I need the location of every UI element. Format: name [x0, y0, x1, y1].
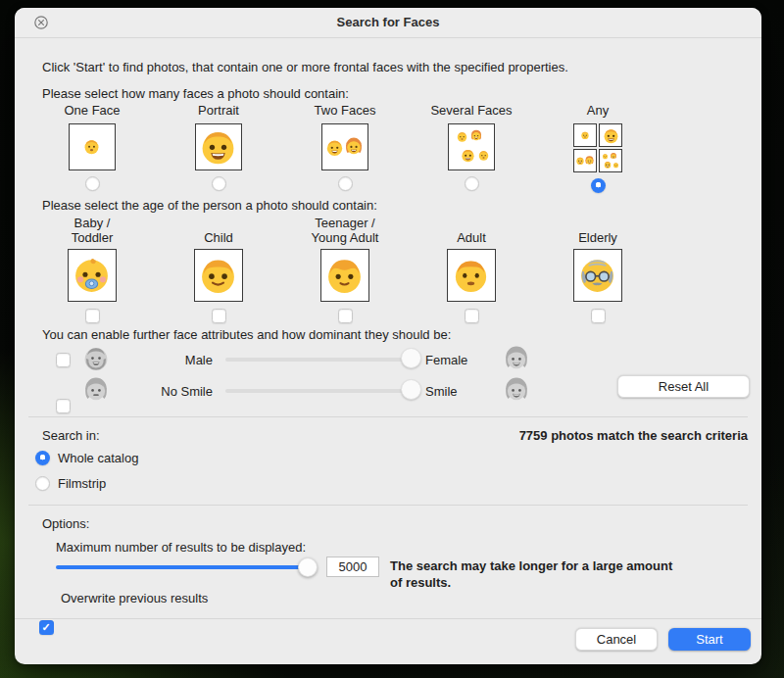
- any-cell-portrait: [599, 123, 622, 147]
- mini-portrait-icon: [604, 161, 612, 169]
- gray-female-face-icon: [502, 344, 531, 373]
- cancel-button[interactable]: Cancel: [575, 628, 658, 651]
- small-open-mouth-face-icon: [461, 148, 475, 163]
- slider-right-label: Smile: [425, 384, 458, 400]
- option-label: Adult: [457, 214, 486, 245]
- age-checkbox-child[interactable]: [212, 309, 226, 323]
- radio-filmstrip-label[interactable]: Filmstrip: [58, 476, 106, 492]
- option-label: Several Faces: [430, 103, 512, 118]
- mini-girl-icon: [584, 155, 595, 166]
- option-label: Child: [204, 214, 233, 245]
- portrait-face-icon: [199, 127, 237, 166]
- option-label: Portrait: [198, 103, 239, 118]
- age-checkbox-baby-toddler[interactable]: [85, 309, 100, 323]
- attributes-heading: You can enable further face attributes a…: [42, 327, 451, 343]
- smile-slider-thumb[interactable]: [401, 379, 421, 400]
- face-count-radio-portrait[interactable]: [212, 176, 226, 191]
- max-results-label: Maximum number of results to be displaye…: [56, 540, 306, 556]
- max-results-slider-thumb[interactable]: [298, 557, 318, 577]
- intro-text: Click 'Start' to find photos, that conta…: [42, 60, 568, 75]
- age-option-teenager: Teenager / Young Adult: [281, 214, 409, 323]
- mini-face-icon: [580, 130, 590, 140]
- face-count-option-portrait: Portrait: [155, 103, 282, 191]
- single-face-icon: [82, 137, 101, 156]
- age-checkbox-teenager[interactable]: [338, 309, 353, 323]
- gray-male-face-icon: [81, 344, 111, 373]
- mini-face-icon: [602, 153, 609, 160]
- elderly-face-icon: [577, 255, 617, 295]
- warning-text: The search may take longer for a large a…: [390, 557, 684, 591]
- max-results-slider-track[interactable]: [56, 565, 317, 569]
- mini-girl-icon: [610, 152, 617, 160]
- portrait-box[interactable]: [195, 123, 242, 170]
- elderly-box[interactable]: [573, 249, 622, 302]
- face-count-radio-two-faces[interactable]: [338, 176, 353, 191]
- search-in-label: Search in:: [42, 428, 100, 444]
- age-checkbox-elderly[interactable]: [591, 309, 606, 323]
- close-icon[interactable]: [34, 16, 48, 29]
- age-option-adult: Adult: [408, 214, 535, 323]
- age-option-baby-toddler: Baby / Toddler: [28, 214, 156, 323]
- option-label: Two Faces: [315, 103, 376, 118]
- section-divider: [28, 505, 748, 506]
- any-cell-one: [573, 123, 597, 147]
- baby-face-icon: [72, 255, 112, 295]
- face-count-radio-any[interactable]: [591, 178, 606, 193]
- attribute-checkbox-smile[interactable]: [56, 399, 71, 413]
- baby-box[interactable]: [68, 249, 117, 302]
- radio-whole-catalog-label[interactable]: Whole catalog: [58, 451, 138, 466]
- gender-slider-thumb[interactable]: [401, 348, 421, 368]
- option-label: Teenager / Young Adult: [312, 214, 379, 245]
- match-status: 7759 photos match the search criteria: [519, 428, 748, 444]
- small-face-icon: [477, 149, 490, 162]
- radio-filmstrip[interactable]: [35, 476, 50, 491]
- section-divider: [28, 416, 748, 417]
- any-cell-two: [573, 149, 597, 172]
- adult-face-icon: [452, 256, 490, 294]
- face-count-option-any: Any: [534, 103, 662, 193]
- max-results-input[interactable]: [326, 557, 379, 577]
- attribute-checkbox-gender[interactable]: [56, 353, 71, 367]
- search-for-faces-dialog: Search for Faces Click 'Start' to find p…: [15, 8, 761, 664]
- face-count-heading: Please select how many faces a photo sho…: [42, 86, 349, 102]
- teenager-box[interactable]: [320, 249, 369, 302]
- small-girl-icon: [469, 128, 483, 142]
- overwrite-checkbox-label[interactable]: Overwrite previous results: [61, 591, 208, 606]
- face-count-option-several-faces: Several Faces: [408, 103, 535, 191]
- boy-face-icon: [324, 137, 345, 158]
- face-count-option-one-face: One Face: [28, 103, 156, 191]
- teenager-face-icon: [324, 255, 365, 295]
- option-label: Elderly: [578, 214, 617, 245]
- slider-left-label: No Smile: [113, 384, 213, 400]
- reset-all-button[interactable]: Reset All: [617, 375, 750, 398]
- adult-box[interactable]: [447, 249, 496, 302]
- age-checkbox-adult[interactable]: [465, 309, 479, 323]
- child-face-icon: [198, 255, 238, 295]
- any-cell-several: [599, 149, 622, 172]
- gray-no-smile-face-icon: [81, 375, 111, 405]
- girl-face-icon: [343, 135, 365, 157]
- two-faces-box[interactable]: [321, 123, 368, 170]
- face-count-radio-one-face[interactable]: [85, 176, 100, 191]
- mini-face-icon: [612, 162, 619, 169]
- radio-whole-catalog[interactable]: [35, 451, 50, 465]
- any-faces-grid[interactable]: [573, 123, 622, 172]
- option-label: Baby / Toddler: [72, 214, 114, 245]
- several-faces-box[interactable]: [448, 123, 495, 170]
- small-face-icon: [456, 130, 468, 143]
- mini-portrait-icon: [603, 127, 619, 144]
- age-heading: Please select the age of the person a ph…: [42, 198, 377, 214]
- titlebar: Search for Faces: [15, 8, 761, 38]
- option-label: One Face: [64, 103, 120, 118]
- child-box[interactable]: [194, 249, 243, 302]
- age-option-child: Child: [155, 214, 282, 323]
- one-face-box[interactable]: [69, 123, 116, 170]
- option-label: Any: [587, 103, 609, 118]
- face-count-option-two-faces: Two Faces: [281, 103, 409, 191]
- start-button[interactable]: Start: [668, 628, 751, 651]
- face-count-radio-several-faces[interactable]: [465, 176, 479, 191]
- smile-slider-track[interactable]: [225, 389, 412, 393]
- footer-divider: [15, 618, 761, 619]
- overwrite-checkbox[interactable]: [39, 620, 54, 635]
- gender-slider-track[interactable]: [225, 358, 412, 362]
